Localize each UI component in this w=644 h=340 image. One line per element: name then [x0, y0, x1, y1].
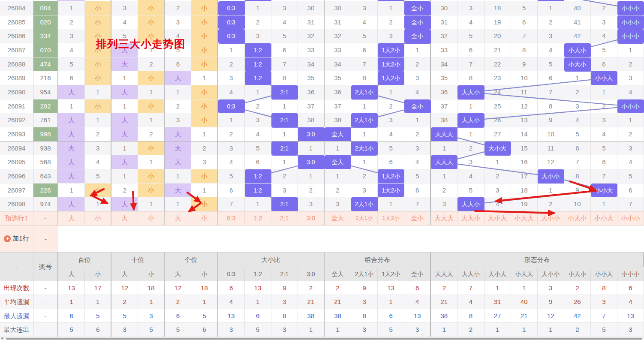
- scrollbar-left-arrow-icon[interactable]: ◀: [1, 337, 3, 340]
- trend-cell: 大: [111, 43, 138, 57]
- trend-cell: 26: [485, 113, 511, 127]
- preselect-cell[interactable]: 3:0: [298, 211, 325, 226]
- preselect-cell[interactable]: 小大大: [511, 211, 538, 226]
- trend-cell: 1: [457, 127, 484, 141]
- trend-cell: 小: [191, 57, 218, 72]
- preselect-cell[interactable]: 2:1: [271, 211, 298, 226]
- column-group-header: 个位: [165, 253, 218, 267]
- stat-value: 6: [191, 323, 218, 337]
- trend-cell: 37: [298, 99, 325, 114]
- trend-cell: 2: [538, 15, 564, 30]
- period-cell: 26091: [0, 99, 33, 114]
- preselect-cell[interactable]: 全大: [325, 211, 351, 226]
- trend-cell: 2:1: [271, 197, 298, 211]
- preselect-cell[interactable]: 小: [85, 211, 111, 226]
- trend-cell: 4: [457, 15, 484, 30]
- trend-cell: 1: [271, 99, 298, 114]
- preselect-cell[interactable]: 大小大: [485, 211, 511, 226]
- trend-cell: 小小小: [617, 99, 644, 114]
- stat-value: 9: [271, 281, 298, 295]
- stat-value: 1: [58, 295, 85, 309]
- trend-cell: 33: [431, 43, 457, 57]
- add-row-empty: [58, 226, 644, 253]
- column-header: 1大2小: [378, 267, 404, 281]
- trend-cell: 36: [298, 85, 325, 99]
- preselect-cell[interactable]: 小: [138, 211, 165, 226]
- trend-cell: 2: [111, 184, 138, 198]
- period-cell: 26090: [0, 85, 33, 99]
- trend-cell: 1: [58, 184, 85, 198]
- trend-cell: 3: [58, 29, 85, 43]
- stat-value: 1: [485, 281, 511, 295]
- trend-cell: 21: [485, 43, 511, 57]
- preselect-cell[interactable]: 大: [165, 211, 191, 226]
- preselect-cell[interactable]: 小小小: [617, 211, 644, 226]
- add-row-button[interactable]: +加1行: [0, 226, 33, 253]
- trend-cell: 小: [85, 184, 111, 198]
- trend-cell: 4: [111, 15, 138, 30]
- preselect-cell[interactable]: 小大小: [564, 211, 591, 226]
- preselect-cell[interactable]: 大大小: [457, 211, 484, 226]
- preselect-cell[interactable]: 0:3: [218, 211, 245, 226]
- stat-value: 4: [404, 295, 431, 309]
- trend-cell: 4: [564, 113, 591, 127]
- stat-value: 9: [538, 295, 564, 309]
- preselect-cell[interactable]: 小小大: [591, 211, 617, 226]
- trend-cell: 8: [564, 169, 591, 184]
- trend-cell: 30: [298, 1, 325, 15]
- trend-cell: 1: [378, 197, 404, 211]
- scrollbar-thumb[interactable]: [6, 338, 642, 340]
- trend-cell: 10: [538, 127, 564, 141]
- trend-cell: 小: [85, 43, 111, 57]
- trend-cell: 3: [431, 197, 457, 211]
- trend-cell: 大大大: [431, 127, 457, 141]
- trend-cell: 小: [191, 29, 218, 43]
- horizontal-scrollbar[interactable]: ◀: [0, 337, 644, 340]
- trend-cell: 3: [485, 184, 511, 198]
- stat-value: 3: [271, 295, 298, 309]
- stat-value: 5: [165, 323, 191, 337]
- stat-value: 42: [564, 309, 591, 323]
- trend-cell: 4: [218, 85, 245, 99]
- stat-value: 26: [564, 295, 591, 309]
- trend-cell: 41: [564, 15, 591, 30]
- trend-cell: 大小大: [485, 141, 511, 156]
- trend-cell: 12: [511, 99, 538, 114]
- preselect-cell[interactable]: 全小: [404, 211, 431, 226]
- trend-cell: 2: [165, 1, 191, 15]
- preselect-cell[interactable]: 2大1小: [351, 211, 378, 226]
- column-group-header: 形态分布: [431, 253, 644, 267]
- trend-cell: 5: [591, 43, 617, 57]
- stat-value: 6: [245, 309, 271, 323]
- trend-cell: 35: [431, 71, 457, 85]
- table-row: 260863343小5小4小0:335323253全小3252073424小小小: [0, 29, 644, 43]
- column-header: 2:1: [271, 267, 298, 281]
- trend-cell: 1: [485, 155, 511, 169]
- stat-value: 5: [191, 309, 218, 323]
- trend-cell: 5: [85, 169, 111, 184]
- trend-cell: 小: [85, 15, 111, 30]
- trend-cell: 大大大: [431, 155, 457, 169]
- trend-cell: 2: [538, 197, 564, 211]
- preselect-cell[interactable]: 大大大: [431, 211, 457, 226]
- stat-value: 3: [351, 295, 378, 309]
- trend-cell: 0:3: [218, 99, 245, 114]
- table-row: 260840041小3小2小0:313303031全小3031851402小小小: [0, 1, 644, 15]
- preselect-cell[interactable]: 小: [191, 211, 218, 226]
- preselect-cell[interactable]: 大: [58, 211, 85, 226]
- preselect-cell[interactable]: 大小小: [538, 211, 564, 226]
- stat-value: 21: [511, 309, 538, 323]
- period-cell: 26093: [0, 127, 33, 141]
- add-row-label: 加1行: [12, 235, 29, 243]
- preselect-cell[interactable]: 大: [111, 211, 138, 226]
- table-row: 26090954大1大11小412:136362大1小1436大大小241172…: [0, 85, 644, 99]
- trend-cell: 34: [298, 57, 325, 72]
- stat-value: 6: [85, 323, 111, 337]
- stat-value: 8: [351, 309, 378, 323]
- preselect-cell[interactable]: 1大2小: [378, 211, 404, 226]
- period-cell: 26092: [0, 113, 33, 127]
- preselect-cell[interactable]: 1:2: [245, 211, 271, 226]
- trend-cell: 2: [617, 57, 644, 72]
- stat-value: 2: [325, 281, 351, 295]
- trend-cell: 7: [538, 85, 564, 99]
